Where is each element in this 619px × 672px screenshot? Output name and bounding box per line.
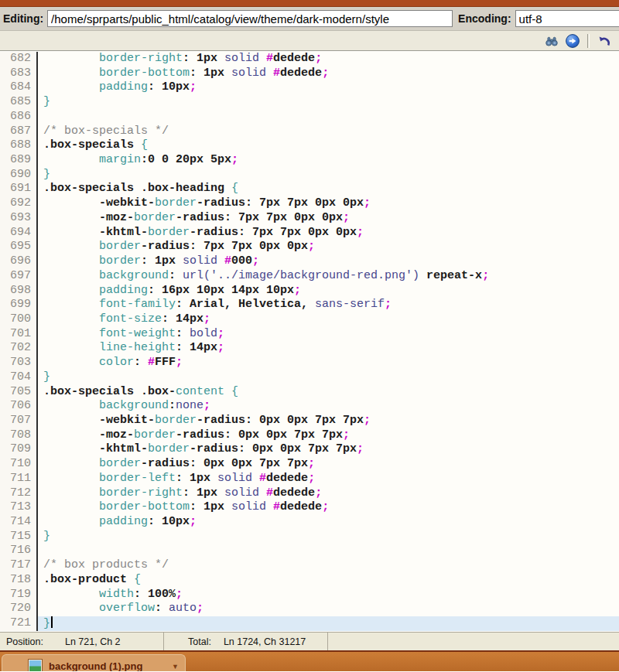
- code-line-696[interactable]: 696 border: 1px solid #000;: [0, 254, 619, 269]
- code-line-703[interactable]: 703 color: #FFF;: [0, 356, 619, 370]
- total-value: Ln 1724, Ch 31217: [224, 636, 306, 647]
- code-line-700[interactable]: 700 font-size: 14px;: [0, 312, 619, 327]
- line-number: 721: [0, 616, 38, 631]
- code-text: .box-specials .box-content {: [38, 385, 619, 400]
- code-line-706[interactable]: 706 background:none;: [0, 399, 619, 414]
- go-to-line-button[interactable]: [564, 32, 581, 49]
- code-line-686[interactable]: 686: [0, 110, 619, 125]
- code-line-721[interactable]: 721}: [0, 616, 619, 631]
- code-line-698[interactable]: 698 padding: 16px 10px 14px 10px;: [0, 284, 619, 298]
- code-text: margin:0 0 20px 5px;: [38, 153, 619, 168]
- undo-button[interactable]: [596, 32, 613, 49]
- code-text: -webkit-border-radius: 0px 0px 7px 7px;: [38, 414, 619, 428]
- line-number: 692: [0, 196, 38, 211]
- line-number: 719: [0, 588, 38, 602]
- status-position-cell: Position: Ln 721, Ch 2: [0, 633, 164, 650]
- find-button[interactable]: [543, 32, 560, 49]
- code-line-685[interactable]: 685}: [0, 95, 619, 110]
- code-line-704[interactable]: 704}: [0, 370, 619, 385]
- code-text: border: 1px solid #000;: [38, 254, 619, 269]
- line-number: 703: [0, 356, 38, 370]
- code-line-699[interactable]: 699 font-family: Arial, Helvetica, sans-…: [0, 298, 619, 312]
- code-text: }: [38, 616, 619, 631]
- code-line-716[interactable]: 716: [0, 544, 619, 558]
- line-number: 718: [0, 573, 38, 588]
- code-text: padding: 10px;: [38, 80, 619, 95]
- editor-toolbar: [0, 31, 619, 51]
- binoculars-icon: [544, 33, 559, 49]
- code-text: line-height: 14px;: [38, 341, 619, 356]
- code-line-708[interactable]: 708 -moz-border-radius: 0px 0px 7px 7px;: [0, 428, 619, 443]
- line-number: 712: [0, 486, 38, 501]
- code-line-692[interactable]: 692 -webkit-border-radius: 7px 7px 0px 0…: [0, 196, 619, 211]
- chevron-down-icon[interactable]: ▼: [172, 663, 179, 670]
- position-value: Ln 721, Ch 2: [65, 636, 121, 647]
- code-text: width: 100%;: [38, 588, 619, 602]
- code-line-709[interactable]: 709 -khtml-border-radius: 0px 0px 7px 7p…: [0, 442, 619, 457]
- code-line-713[interactable]: 713 border-bottom: 1px solid #dedede;: [0, 500, 619, 515]
- code-line-701[interactable]: 701 font-weight: bold;: [0, 327, 619, 342]
- code-line-720[interactable]: 720 overflow: auto;: [0, 602, 619, 616]
- line-number: 706: [0, 399, 38, 414]
- line-number: 700: [0, 312, 38, 327]
- code-line-697[interactable]: 697 background: url('../image/background…: [0, 269, 619, 284]
- code-line-687[interactable]: 687/* box-specials */: [0, 125, 619, 139]
- code-text: -moz-border-radius: 0px 0px 7px 7px;: [38, 428, 619, 443]
- code-text: overflow: auto;: [38, 602, 619, 616]
- line-number: 705: [0, 385, 38, 400]
- code-line-715[interactable]: 715}: [0, 530, 619, 544]
- status-filler-cell: [328, 633, 619, 650]
- code-line-711[interactable]: 711 border-left: 1px solid #dedede;: [0, 472, 619, 486]
- downloads-bar: background (1).png ▼: [0, 650, 619, 671]
- code-line-694[interactable]: 694 -khtml-border-radius: 7px 7px 0px 0p…: [0, 226, 619, 240]
- line-number: 699: [0, 298, 38, 312]
- file-path-input[interactable]: [47, 10, 453, 27]
- code-area: 682 border-right: 1px solid #dedede;683 …: [0, 52, 619, 631]
- code-text: }: [38, 370, 619, 385]
- code-text: -khtml-border-radius: 7px 7px 0px 0px;: [38, 226, 619, 240]
- code-line-682[interactable]: 682 border-right: 1px solid #dedede;: [0, 52, 619, 67]
- line-number: 690: [0, 168, 38, 182]
- code-text: border-bottom: 1px solid #dedede;: [38, 67, 619, 81]
- code-line-719[interactable]: 719 width: 100%;: [0, 588, 619, 602]
- code-line-707[interactable]: 707 -webkit-border-radius: 0px 0px 7px 7…: [0, 414, 619, 428]
- line-number: 685: [0, 95, 38, 110]
- code-text: }: [38, 168, 619, 182]
- code-line-689[interactable]: 689 margin:0 0 20px 5px;: [0, 153, 619, 168]
- code-line-717[interactable]: 717/* box products */: [0, 558, 619, 573]
- undo-arrow-icon: [597, 33, 612, 49]
- code-editor[interactable]: 682 border-right: 1px solid #dedede;683 …: [0, 51, 619, 632]
- code-line-714[interactable]: 714 padding: 10px;: [0, 515, 619, 530]
- code-text: -moz-border-radius: 7px 7px 0px 0px;: [38, 211, 619, 226]
- download-item[interactable]: background (1).png ▼: [2, 654, 186, 671]
- code-line-710[interactable]: 710 border-radius: 0px 0px 7px 7px;: [0, 457, 619, 472]
- code-text: -webkit-border-radius: 7px 7px 0px 0px;: [38, 196, 619, 211]
- code-text: background:none;: [38, 399, 619, 414]
- code-line-718[interactable]: 718.box-product {: [0, 573, 619, 588]
- code-line-695[interactable]: 695 border-radius: 7px 7px 0px 0px;: [0, 240, 619, 254]
- code-line-693[interactable]: 693 -moz-border-radius: 7px 7px 0px 0px;: [0, 211, 619, 226]
- code-line-702[interactable]: 702 line-height: 14px;: [0, 341, 619, 356]
- code-line-684[interactable]: 684 padding: 10px;: [0, 80, 619, 95]
- code-line-688[interactable]: 688.box-specials {: [0, 138, 619, 153]
- code-line-683[interactable]: 683 border-bottom: 1px solid #dedede;: [0, 67, 619, 81]
- line-number: 701: [0, 327, 38, 342]
- code-text: }: [38, 530, 619, 544]
- encoding-label: Encoding:: [458, 12, 511, 25]
- line-number: 704: [0, 370, 38, 385]
- code-text: font-family: Arial, Helvetica, sans-seri…: [38, 298, 619, 312]
- line-number: 687: [0, 125, 38, 139]
- code-line-690[interactable]: 690}: [0, 168, 619, 182]
- code-line-691[interactable]: 691.box-specials .box-heading {: [0, 182, 619, 196]
- line-number: 682: [0, 52, 38, 67]
- code-line-705[interactable]: 705.box-specials .box-content {: [0, 385, 619, 400]
- toolbar-separator: [587, 34, 590, 48]
- line-number: 720: [0, 602, 38, 616]
- code-line-712[interactable]: 712 border-right: 1px solid #dedede;: [0, 486, 619, 501]
- encoding-input[interactable]: [515, 10, 619, 27]
- code-text: /* box products */: [38, 558, 619, 573]
- code-text: /* box-specials */: [38, 125, 619, 139]
- line-number: 702: [0, 341, 38, 356]
- code-text: padding: 10px;: [38, 515, 619, 530]
- code-text: -khtml-border-radius: 0px 0px 7px 7px;: [38, 442, 619, 457]
